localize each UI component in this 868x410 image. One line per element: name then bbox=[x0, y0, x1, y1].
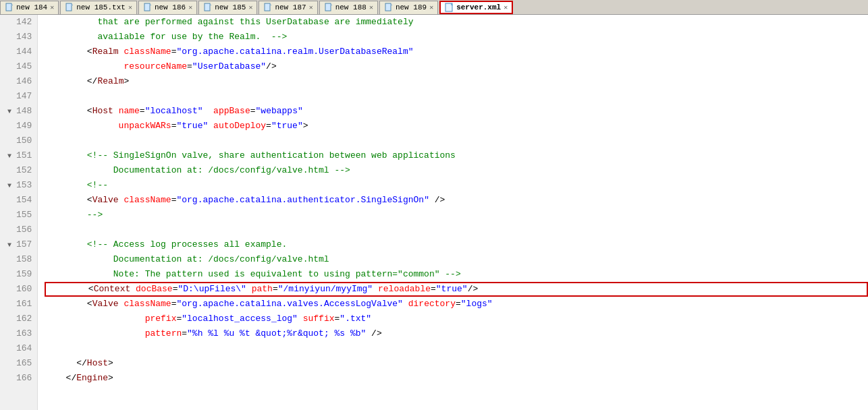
code-line-145: resourceName="UserDatabase"/> bbox=[45, 59, 868, 74]
line-num-150: 150 bbox=[5, 134, 32, 148]
tab-new185b[interactable]: new 185 ✕ bbox=[198, 1, 257, 14]
tab-label: new 185 bbox=[215, 3, 246, 11]
file-icon bbox=[324, 3, 333, 12]
editor-area: 142 143 144 145 146 147 ▼ 148 149 150 ▼ … bbox=[0, 15, 868, 410]
file-icon bbox=[5, 3, 14, 12]
svg-rect-6 bbox=[144, 3, 150, 11]
file-icon bbox=[143, 3, 153, 12]
svg-rect-9 bbox=[205, 3, 210, 11]
fold-arrow-153[interactable]: ▼ bbox=[5, 181, 13, 189]
code-line-152: Documentation at: /docs/config/valve.htm… bbox=[45, 163, 868, 178]
tab-label: new 185.txt bbox=[76, 3, 126, 11]
file-xml-icon bbox=[445, 3, 454, 12]
file-icon bbox=[384, 3, 394, 12]
tab-serverxml[interactable]: server.xml ✕ bbox=[439, 1, 513, 14]
tab-close-new185txt[interactable]: ✕ bbox=[128, 3, 132, 11]
file-icon bbox=[263, 3, 273, 12]
code-line-165: </Host> bbox=[45, 356, 868, 371]
code-line-148: <Host name="localhost" appBase="webapps" bbox=[45, 104, 868, 119]
code-line-157: <!-- Access log processes all example. bbox=[45, 237, 868, 252]
code-line-151: <!-- SingleSignOn valve, share authentic… bbox=[45, 148, 868, 163]
code-line-144: <Realm className="org.apache.catalina.re… bbox=[45, 45, 868, 59]
tab-label: new 184 bbox=[16, 3, 47, 11]
tab-close-new186[interactable]: ✕ bbox=[188, 3, 192, 11]
svg-rect-18 bbox=[385, 3, 391, 11]
line-num-162: 162 bbox=[5, 312, 32, 326]
tab-close-new184[interactable]: ✕ bbox=[50, 3, 54, 11]
code-line-146: </Realm> bbox=[45, 74, 868, 89]
line-num-164: 164 bbox=[5, 341, 32, 356]
line-num-157: ▼ 157 bbox=[5, 237, 32, 252]
tab-new184[interactable]: new 184 ✕ bbox=[0, 1, 59, 14]
code-line-160: <Context docBase="D:\upFiles\" path="/mi… bbox=[45, 282, 868, 297]
code-line-163: pattern="%h %l %u %t &quot;%r&quot; %s %… bbox=[45, 326, 868, 341]
code-line-153: <!-- bbox=[45, 178, 868, 193]
tab-close-new188[interactable]: ✕ bbox=[369, 3, 373, 11]
code-line-162: prefix="localhost_access_log" suffix=".t… bbox=[45, 312, 868, 326]
line-num-151: ▼ 151 bbox=[5, 148, 32, 163]
tab-label: new 188 bbox=[335, 3, 367, 11]
line-num-158: 158 bbox=[5, 252, 32, 267]
code-line-154: <Valve className="org.apache.catalina.au… bbox=[45, 193, 868, 208]
tab-new186[interactable]: new 186 ✕ bbox=[138, 1, 197, 14]
svg-rect-15 bbox=[325, 3, 331, 11]
line-num-143: 143 bbox=[5, 30, 32, 45]
line-num-152: 152 bbox=[5, 163, 32, 178]
code-line-164 bbox=[45, 341, 868, 356]
tab-label: server.xml bbox=[456, 3, 501, 11]
line-num-153: ▼ 153 bbox=[5, 178, 32, 193]
fold-arrow-151[interactable]: ▼ bbox=[5, 152, 13, 160]
line-num-163: 163 bbox=[5, 326, 32, 341]
line-num-155: 155 bbox=[5, 208, 32, 223]
code-line-156 bbox=[45, 223, 868, 237]
tab-label: new 189 bbox=[396, 3, 427, 11]
line-num-160: 160 bbox=[5, 282, 32, 297]
svg-rect-0 bbox=[6, 3, 11, 11]
tab-new188[interactable]: new 188 ✕ bbox=[319, 1, 378, 14]
tab-label: new 187 bbox=[275, 3, 306, 11]
line-numbers-gutter: 142 143 144 145 146 147 ▼ 148 149 150 ▼ … bbox=[0, 15, 38, 410]
line-num-149: 149 bbox=[5, 119, 32, 134]
code-line-158: Documentation at: /docs/config/valve.htm… bbox=[45, 252, 868, 267]
fold-arrow-157[interactable]: ▼ bbox=[5, 241, 13, 249]
line-num-156: 156 bbox=[5, 223, 32, 237]
code-line-142: that are performed against this UserData… bbox=[45, 15, 868, 30]
line-num-166: 166 bbox=[5, 371, 32, 386]
code-line-143: available for use by the Realm. --> bbox=[45, 30, 868, 45]
svg-rect-3 bbox=[66, 3, 72, 11]
line-num-144: 144 bbox=[5, 45, 32, 59]
line-num-161: 161 bbox=[5, 297, 32, 312]
code-line-155: --> bbox=[45, 208, 868, 223]
code-content[interactable]: that are performed against this UserData… bbox=[38, 15, 868, 410]
code-line-150 bbox=[45, 134, 868, 148]
line-num-147: 147 bbox=[5, 89, 32, 104]
line-num-165: 165 bbox=[5, 356, 32, 371]
tab-close-new185b[interactable]: ✕ bbox=[248, 3, 252, 11]
line-num-146: 146 bbox=[5, 74, 32, 89]
tab-new189[interactable]: new 189 ✕ bbox=[379, 1, 438, 14]
code-line-166: </Engine> bbox=[45, 371, 868, 386]
tab-close-new187[interactable]: ✕ bbox=[309, 3, 313, 11]
code-line-159: Note: The pattern used is equivalent to … bbox=[45, 267, 868, 282]
line-num-154: 154 bbox=[5, 193, 32, 208]
line-num-142: 142 bbox=[5, 15, 32, 30]
line-num-145: 145 bbox=[5, 59, 32, 74]
file-txt-icon bbox=[65, 3, 74, 12]
fold-arrow-148[interactable]: ▼ bbox=[5, 107, 13, 115]
line-num-148: ▼ 148 bbox=[5, 104, 32, 119]
tab-new185txt[interactable]: new 185.txt ✕ bbox=[60, 1, 137, 14]
tab-close-serverxml[interactable]: ✕ bbox=[504, 3, 508, 11]
code-line-147 bbox=[45, 89, 868, 104]
tab-label: new 186 bbox=[155, 3, 186, 11]
svg-rect-12 bbox=[265, 3, 270, 11]
tab-new187[interactable]: new 187 ✕ bbox=[259, 1, 317, 14]
code-line-149: unpackWARs="true" autoDeploy="true"> bbox=[45, 119, 868, 134]
code-line-161: <Valve className="org.apache.catalina.va… bbox=[45, 297, 868, 312]
tab-bar: new 184 ✕ new 185.txt ✕ new 186 ✕ new 18… bbox=[0, 0, 868, 15]
line-num-159: 159 bbox=[5, 267, 32, 282]
tab-close-new189[interactable]: ✕ bbox=[429, 3, 433, 11]
file-icon bbox=[203, 3, 213, 12]
